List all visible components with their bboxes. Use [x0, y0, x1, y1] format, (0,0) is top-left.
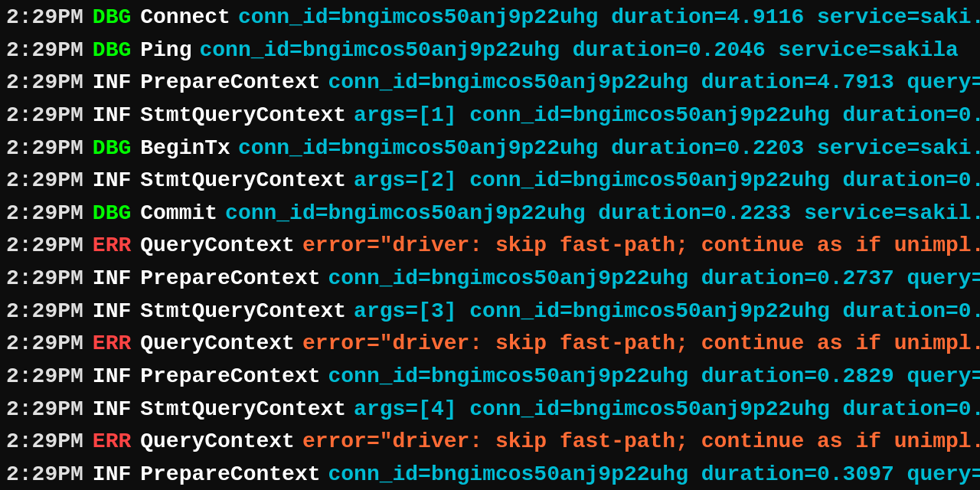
- log-line: 2:29PMINFStmtQueryContextargs=[4] conn_i…: [0, 394, 980, 426]
- log-level: INF: [93, 68, 131, 98]
- log-line: 2:29PMDBGCommitconn_id=bngimcos50anj9p22…: [0, 198, 980, 230]
- log-level: INF: [93, 460, 131, 490]
- log-time: 2:29PM: [6, 199, 83, 229]
- log-message: PrepareContext: [140, 264, 320, 294]
- log-detail: conn_id=bngimcos50anj9p22uhg duration=4.…: [238, 3, 980, 33]
- log-detail: error="driver: skip fast-path; continue …: [302, 427, 980, 457]
- log-level: INF: [93, 297, 131, 327]
- log-message: QueryContext: [140, 329, 295, 359]
- log-message: StmtQueryContext: [140, 166, 346, 196]
- log-message: PrepareContext: [140, 68, 320, 98]
- log-time: 2:29PM: [6, 231, 83, 261]
- log-time: 2:29PM: [6, 134, 83, 164]
- log-message: StmtQueryContext: [140, 395, 346, 425]
- log-message: Ping: [140, 36, 191, 66]
- log-detail: conn_id=bngimcos50anj9p22uhg duration=0.…: [328, 362, 981, 392]
- log-detail: conn_id=bngimcos50anj9p22uhg duration=4.…: [328, 68, 981, 98]
- log-line: 2:29PMINFStmtQueryContextargs=[2] conn_i…: [0, 165, 980, 198]
- log-level: DBG: [93, 199, 131, 229]
- log-message: StmtQueryContext: [140, 101, 346, 131]
- log-detail: conn_id=bngimcos50anj9p22uhg duration=0.…: [328, 460, 981, 490]
- log-line: 2:29PMERRQueryContexterror="driver: skip…: [0, 426, 980, 459]
- log-level: DBG: [93, 134, 131, 164]
- log-line: 2:29PMDBGPingconn_id=bngimcos50anj9p22uh…: [0, 34, 980, 67]
- log-line: 2:29PMINFStmtQueryContextargs=[3] conn_i…: [0, 296, 980, 328]
- log-level: ERR: [93, 231, 131, 261]
- log-time: 2:29PM: [6, 3, 83, 33]
- log-message: Connect: [140, 3, 230, 33]
- log-time: 2:29PM: [6, 297, 83, 327]
- log-line: 2:29PMINFStmtQueryContextargs=[1] conn_i…: [0, 100, 980, 132]
- log-line: 2:29PMINFPrepareContextconn_id=bngimcos5…: [0, 361, 980, 394]
- log-time: 2:29PM: [6, 166, 83, 196]
- log-line: 2:29PMDBGConnectconn_id=bngimcos50anj9p2…: [0, 2, 980, 34]
- log-level: DBG: [93, 36, 131, 66]
- log-level: DBG: [93, 3, 131, 33]
- log-level: ERR: [93, 427, 131, 457]
- log-time: 2:29PM: [6, 68, 83, 98]
- log-detail: conn_id=bngimcos50anj9p22uhg duration=0.…: [225, 199, 980, 229]
- log-line: 2:29PMINFPrepareContextconn_id=bngimcos5…: [0, 67, 980, 100]
- log-message: StmtQueryContext: [140, 297, 346, 327]
- log-time: 2:29PM: [6, 101, 83, 131]
- log-detail: error="driver: skip fast-path; continue …: [302, 231, 980, 261]
- log-message: QueryContext: [140, 427, 295, 457]
- log-detail: args=[3] conn_id=bngimcos50anj9p22uhg du…: [354, 297, 980, 327]
- log-container: 2:29PMDBGConnectconn_id=bngimcos50anj9p2…: [0, 0, 980, 490]
- log-line: 2:29PMINFPrepareContextconn_id=bngimcos5…: [0, 459, 980, 490]
- log-level: INF: [93, 362, 131, 392]
- log-level: ERR: [93, 329, 131, 359]
- log-level: INF: [93, 101, 131, 131]
- log-level: INF: [93, 395, 131, 425]
- log-detail: conn_id=bngimcos50anj9p22uhg duration=0.…: [199, 36, 958, 66]
- log-time: 2:29PM: [6, 329, 83, 359]
- log-detail: args=[1] conn_id=bngimcos50anj9p22uhg du…: [354, 101, 980, 131]
- log-time: 2:29PM: [6, 362, 83, 392]
- log-detail: conn_id=bngimcos50anj9p22uhg duration=0.…: [238, 134, 980, 164]
- log-level: INF: [93, 166, 131, 196]
- log-line: 2:29PMDBGBeginTxconn_id=bngimcos50anj9p2…: [0, 132, 980, 165]
- log-detail: args=[4] conn_id=bngimcos50anj9p22uhg du…: [354, 395, 980, 425]
- log-line: 2:29PMERRQueryContexterror="driver: skip…: [0, 230, 980, 263]
- log-message: PrepareContext: [140, 362, 320, 392]
- log-detail: error="driver: skip fast-path; continue …: [302, 329, 980, 359]
- log-time: 2:29PM: [6, 264, 83, 294]
- log-message: Commit: [140, 199, 217, 229]
- log-time: 2:29PM: [6, 36, 83, 66]
- log-time: 2:29PM: [6, 427, 83, 457]
- log-time: 2:29PM: [6, 460, 83, 490]
- log-level: INF: [93, 264, 131, 294]
- log-line: 2:29PMINFPrepareContextconn_id=bngimcos5…: [0, 263, 980, 296]
- log-message: QueryContext: [140, 231, 295, 261]
- log-detail: args=[2] conn_id=bngimcos50anj9p22uhg du…: [354, 166, 980, 196]
- log-message: PrepareContext: [140, 460, 320, 490]
- log-line: 2:29PMERRQueryContexterror="driver: skip…: [0, 328, 980, 361]
- log-detail: conn_id=bngimcos50anj9p22uhg duration=0.…: [328, 264, 981, 294]
- log-message: BeginTx: [140, 134, 230, 164]
- log-time: 2:29PM: [6, 395, 83, 425]
